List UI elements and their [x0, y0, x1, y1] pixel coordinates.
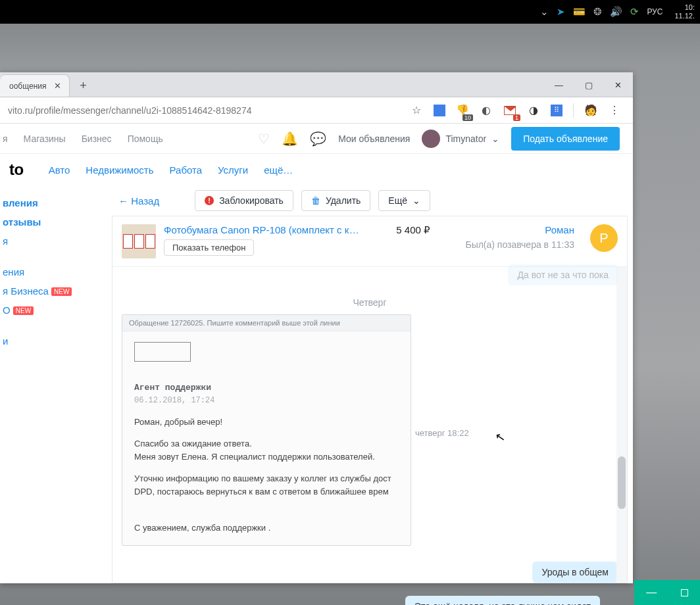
message-bubble-out: Уроды в общем — [532, 562, 618, 583]
chat-icon[interactable]: 💬 — [310, 131, 326, 147]
browser-window: ообщения ✕ + — ▢ ✕ vito.ru/profile/messe… — [0, 72, 633, 583]
chevron-down-icon[interactable]: ⌄ — [540, 6, 549, 18]
delete-button[interactable]: 🗑Удалить — [301, 190, 370, 211]
chevron-down-icon: ⌄ — [491, 133, 499, 144]
sound-icon[interactable]: 🔊 — [610, 6, 622, 18]
browser-tab[interactable]: ообщения ✕ — [0, 74, 70, 97]
product-thumbnail[interactable] — [122, 224, 156, 258]
window-controls: — ▢ ✕ — [544, 72, 633, 97]
message-bubble-out: Да вот не за что пока — [508, 264, 618, 285]
shield-ext-icon[interactable]: ◑ — [527, 104, 540, 117]
address-bar[interactable]: vito.ru/profile/messenger/channel/u2i-10… — [5, 105, 403, 116]
product-link[interactable]: Фотобумага Canon RP-108 (комплект с карт… — [164, 224, 361, 235]
language-indicator[interactable]: РУС — [647, 7, 662, 16]
block-button[interactable]: !Заблокировать — [195, 190, 293, 211]
calendar-ext-icon[interactable] — [434, 105, 445, 116]
page-content: вления отзывы я ения я Бизнеса NEW O NEW… — [0, 185, 633, 583]
cat-realty[interactable]: Недвижимость — [86, 164, 153, 176]
seller-last-seen: Был(а) позавчера в 11:33 — [465, 239, 574, 250]
broken-image-icon — [134, 342, 191, 362]
site-top-nav: я Магазины Бизнес Помощь ♡ 🔔 💬 Мои объяв… — [0, 124, 633, 154]
messenger-toolbar: ← Назад !Заблокировать 🗑Удалить Ещё⌄ — [112, 185, 633, 216]
site-category-nav: to Авто Недвижимость Работа Услуги ещё… — [0, 154, 633, 185]
star-icon[interactable]: ☆ — [410, 104, 423, 117]
profile-sidebar: вления отзывы я ения я Бизнеса NEW O NEW… — [0, 185, 112, 583]
menu-icon[interactable]: ⋮ — [608, 104, 621, 117]
system-taskbar: ⌄ ➤ 💳 ❂ 🔊 ⟳ РУС 10: 11.12. — [0, 0, 700, 24]
messenger-panel: ← Назад !Заблокировать 🗑Удалить Ещё⌄ Фот… — [112, 185, 633, 583]
email-banner: Обращение 12726025. Пишите комментарий в… — [122, 315, 411, 331]
toolbar-icons: ☆ 👎10 ◐ 1 ◑ ⠿ 🧑 ⋮ — [403, 103, 628, 118]
post-ad-button[interactable]: Подать объявление — [511, 127, 620, 151]
browser-toolbar: vito.ru/profile/messenger/channel/u2i-10… — [0, 97, 633, 124]
user-menu[interactable]: Timynator ⌄ — [422, 130, 499, 148]
chevron-down-icon: ⌄ — [413, 195, 420, 206]
browser-tab-strip: ообщения ✕ + — ▢ ✕ — [0, 72, 633, 97]
gmail-ext-icon[interactable]: 1 — [503, 104, 516, 117]
dislike-ext-icon[interactable]: 👎10 — [456, 104, 469, 117]
minimize-icon[interactable]: — — [646, 587, 657, 598]
trash-icon: 🗑 — [311, 195, 320, 206]
my-ads-link[interactable]: Мои объявления — [338, 133, 410, 144]
cat-auto[interactable]: Авто — [49, 164, 70, 176]
day-separator: Четверг — [122, 297, 618, 308]
window-icon[interactable] — [681, 589, 688, 596]
minimize-button[interactable]: — — [544, 75, 574, 95]
sidebar-item[interactable]: и — [0, 331, 112, 351]
message-timestamp: четверг 18:22 — [415, 428, 469, 438]
steam-icon[interactable]: ❂ — [593, 6, 602, 18]
close-icon[interactable]: ✕ — [54, 81, 61, 91]
chat-container: Фотобумага Canon RP-108 (комплект с карт… — [112, 216, 628, 583]
reader-ext-icon[interactable]: ◐ — [480, 104, 493, 117]
sidebar-item-business[interactable]: я Бизнеса NEW — [0, 281, 112, 301]
tab-title: ообщения — [9, 82, 46, 91]
separator — [573, 103, 574, 118]
email-body: Агент поддержки 06.12.2018, 17:24 Роман,… — [122, 331, 411, 545]
cat-more[interactable]: ещё… — [264, 164, 293, 176]
new-tab-button[interactable]: + — [74, 76, 92, 95]
desktop-background: ⌄ ➤ 💳 ❂ 🔊 ⟳ РУС 10: 11.12. ообщения ✕ + … — [0, 0, 700, 605]
sync-icon[interactable]: ⟳ — [630, 6, 639, 18]
product-price: 5 400 ₽ — [396, 224, 430, 236]
show-phone-button[interactable]: Показать телефон — [164, 239, 254, 256]
secondary-taskbar[interactable]: — — [634, 580, 700, 605]
sidebar-item-o[interactable]: O NEW — [0, 301, 112, 320]
chat-body[interactable]: Да вот не за что пока Четверг Обращение … — [113, 267, 627, 583]
system-clock[interactable]: 10: 11.12. — [674, 3, 695, 20]
cat-jobs[interactable]: Работа — [170, 164, 203, 176]
send-icon[interactable]: ➤ — [607, 601, 618, 606]
nav-link[interactable]: Помощь — [128, 133, 163, 144]
seller-info: Роман Был(а) позавчера в 11:33 — [465, 224, 574, 250]
avatar — [422, 130, 440, 148]
seller-name[interactable]: Роман — [465, 224, 574, 235]
card-icon[interactable]: 💳 — [573, 6, 586, 18]
nav-link[interactable]: я — [3, 133, 8, 144]
cat-services[interactable]: Услуги — [218, 164, 248, 176]
translate-ext-icon[interactable]: ⠿ — [551, 105, 562, 116]
sidebar-item[interactable]: отзывы — [0, 212, 112, 231]
sidebar-item[interactable]: я — [0, 231, 112, 251]
chat-header: Фотобумага Canon RP-108 (комплект с карт… — [113, 216, 627, 267]
bell-icon[interactable]: 🔔 — [282, 131, 298, 147]
maximize-button[interactable]: ▢ — [574, 75, 603, 95]
nav-link[interactable]: Магазины — [24, 133, 66, 144]
telegram-icon[interactable]: ➤ — [557, 6, 565, 18]
more-button[interactable]: Ещё⌄ — [378, 190, 430, 211]
message-image[interactable]: Обращение 12726025. Пишите комментарий в… — [122, 314, 411, 546]
site-logo[interactable]: to — [0, 160, 33, 179]
profile-icon[interactable]: 🧑 — [584, 104, 597, 117]
back-link[interactable]: ← Назад — [118, 195, 159, 206]
nav-link[interactable]: Бизнес — [82, 133, 112, 144]
heart-icon[interactable]: ♡ — [258, 131, 270, 147]
scrollbar[interactable] — [616, 267, 627, 583]
seller-avatar[interactable]: Р — [590, 224, 618, 252]
sidebar-item[interactable]: ения — [0, 262, 112, 281]
close-button[interactable]: ✕ — [603, 75, 633, 95]
sidebar-item[interactable]: вления — [0, 193, 112, 212]
message-bubble-out: Это ещё неделя, но это лучше чем сидет — [405, 596, 600, 606]
